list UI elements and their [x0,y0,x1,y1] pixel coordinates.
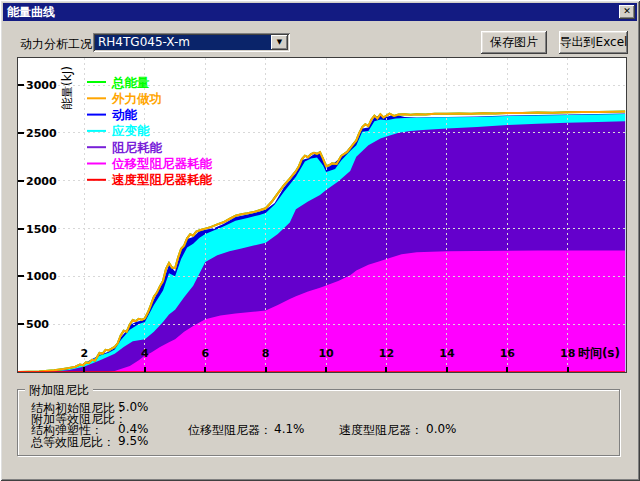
chevron-down-icon: ▼ [277,38,282,46]
total-damping-value: 9.5% [118,434,149,448]
y-tick-label: 1000 [26,270,57,283]
x-tick-label: 18 [560,347,575,360]
y-tick-label: 1500 [26,223,57,236]
y-tick-label: 500 [26,318,49,331]
save-image-button[interactable]: 保存图片 [481,31,547,54]
legend-label: 动能 [111,107,138,122]
groupbox-caption: 附加阻尼比 [25,382,93,399]
y-tick-label: 2000 [26,175,57,188]
x-tick-label: 6 [201,347,209,360]
title-bar[interactable]: 能量曲线 ✕ [3,3,637,21]
velocity-damper-label: 速度型阻尼器： [339,422,423,439]
x-tick-label: 16 [500,347,516,360]
legend-label: 阻尼耗能 [112,140,163,155]
displacement-damper-value: 4.1% [274,422,305,436]
y-axis-title: 能量(kJ) [60,66,74,110]
legend-label: 总能量 [111,75,150,90]
legend-label: 应变能 [111,123,150,138]
x-tick-label: 10 [318,347,334,360]
x-tick-label: 8 [262,347,270,360]
legend-label: 位移型阻尼器耗能 [111,156,213,171]
close-button[interactable]: ✕ [619,5,635,19]
energy-chart: 5001000150020002500300024681012141618时间(… [17,57,627,373]
export-excel-button[interactable]: 导出到Excel [559,31,628,54]
condition-label: 动力分析工况 [20,36,92,53]
legend-label: 外力做功 [111,91,162,106]
chart-svg: 5001000150020002500300024681012141618时间(… [18,58,626,372]
condition-selected-value: RH4TG045-X-m [95,35,271,50]
close-icon: ✕ [623,6,631,16]
x-tick-label: 14 [439,347,455,360]
condition-combobox[interactable]: RH4TG045-X-m ▼ [93,33,290,52]
velocity-damper-value: 0.0% [426,422,457,436]
x-tick-label: 4 [141,347,149,360]
energy-curve-window: 能量曲线 ✕ 动力分析工况 RH4TG045-X-m ▼ 保存图片 导出到Exc… [0,0,640,481]
window-title: 能量曲线 [7,5,55,19]
x-tick-label: 12 [379,347,394,360]
damping-ratio-groupbox: 附加阻尼比 结构初始阻尼比： 5.0% 附加等效阻尼比： 结构弹塑性： 0.4%… [17,389,620,456]
combobox-dropdown-button[interactable]: ▼ [271,35,288,50]
displacement-damper-label: 位移型阻尼器： [188,422,272,439]
total-damping-label: 总等效阻尼比： [31,434,115,451]
legend-label: 速度型阻尼器耗能 [111,172,213,187]
x-tick-label: 2 [81,347,89,360]
y-tick-label: 2500 [26,127,57,140]
y-tick-label: 3000 [26,79,57,92]
x-axis-title: 时间(s) [578,346,620,360]
